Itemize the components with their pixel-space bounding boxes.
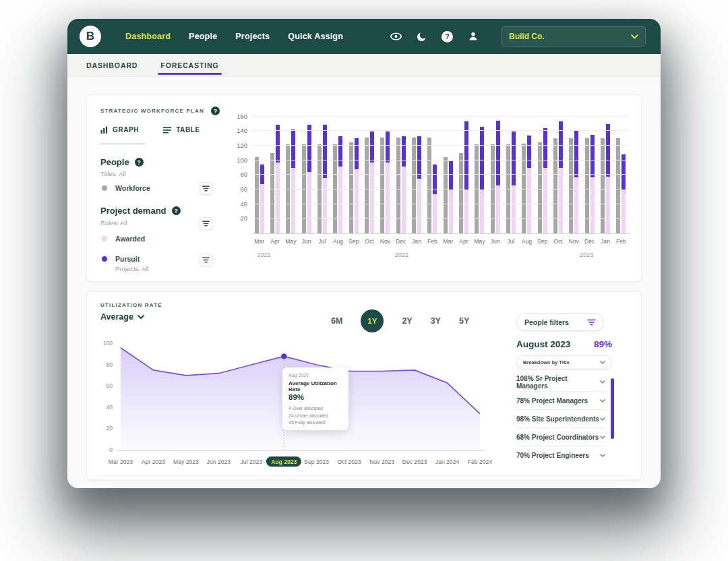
roles-filter-button[interactable] xyxy=(200,217,212,230)
bar-group[interactable] xyxy=(503,111,518,233)
bar-group[interactable] xyxy=(251,111,267,233)
bar-group[interactable] xyxy=(283,111,299,233)
workforce-bar xyxy=(459,153,463,233)
user-icon[interactable] xyxy=(466,31,479,42)
bar-group[interactable] xyxy=(535,111,550,233)
breakdown-row[interactable]: 78% Project Managers xyxy=(516,391,605,409)
workforce-bar xyxy=(444,157,448,233)
bar-group[interactable] xyxy=(314,111,330,233)
tab-dashboard[interactable]: DASHBOARD xyxy=(86,54,138,76)
workforce-plan-title: STRATEGIC WORKFORCE PLAN xyxy=(100,108,204,114)
y-axis-tick: 0 xyxy=(99,446,113,453)
bar-group[interactable] xyxy=(393,111,408,233)
table-icon xyxy=(163,127,171,134)
x-axis-label: Jan xyxy=(412,238,421,245)
bar-group[interactable] xyxy=(487,111,503,233)
active-tab-underline xyxy=(158,73,221,75)
bar-group[interactable] xyxy=(346,111,361,233)
gridline xyxy=(251,204,629,204)
tooltip-date: Aug 2023 xyxy=(289,373,342,378)
bar-group[interactable] xyxy=(597,111,613,233)
y-axis-tick: 40 xyxy=(229,200,247,208)
bar-group[interactable] xyxy=(613,111,629,233)
bar-group[interactable] xyxy=(267,111,282,233)
range-6m[interactable]: 6M xyxy=(331,316,342,326)
workforce-plan-help-icon[interactable]: ? xyxy=(211,107,220,115)
awarded-bar-segment xyxy=(512,185,516,234)
year-label: 2021 xyxy=(257,252,270,258)
breakdown-row[interactable]: 98% Site Superintendents xyxy=(516,409,605,427)
workforce-filter-button[interactable] xyxy=(200,182,212,195)
breakdown-selector[interactable]: Breakdown by Title xyxy=(516,355,612,370)
metric-selector[interactable]: Average xyxy=(100,312,144,322)
breakdown-scrollbar[interactable] xyxy=(611,378,614,439)
nav-item-people[interactable]: People xyxy=(189,32,217,41)
nav-item-projects[interactable]: Projects xyxy=(235,32,270,41)
bar-group[interactable] xyxy=(299,111,314,233)
tab-forecasting[interactable]: FORECASTING xyxy=(160,54,218,76)
pursuit-bar-segment xyxy=(449,161,453,190)
range-1y[interactable]: 1Y xyxy=(361,309,384,332)
bar-group[interactable] xyxy=(440,111,456,233)
bar-group[interactable] xyxy=(377,111,393,233)
brand-logo[interactable]: B xyxy=(80,26,101,47)
awarded-bar-segment xyxy=(449,190,453,233)
bar-group[interactable] xyxy=(566,111,582,233)
pursuit-bar-segment xyxy=(480,127,484,190)
chevron-down-icon xyxy=(138,315,144,320)
breakdown-row[interactable]: 70% Project Engineers xyxy=(516,446,605,464)
gridline xyxy=(251,130,629,131)
company-selector[interactable]: Build Co. xyxy=(502,26,646,47)
highlight-point[interactable] xyxy=(281,353,286,359)
people-help-icon[interactable]: ? xyxy=(135,158,144,167)
chevron-down-icon xyxy=(600,399,605,403)
x-axis-label: Jul xyxy=(508,238,515,245)
bar-group[interactable] xyxy=(550,111,566,233)
tooltip-value: 89% xyxy=(289,393,342,401)
y-axis-tick: 100 xyxy=(99,340,113,347)
x-axis-label: Jul 2023 xyxy=(241,459,263,465)
breakdown-row[interactable]: 68% Project Coordinators xyxy=(516,427,605,446)
bar-group[interactable] xyxy=(456,111,471,233)
bar-group[interactable] xyxy=(361,111,377,233)
workforce-bar xyxy=(270,153,274,233)
toggle-table[interactable]: TABLE xyxy=(163,126,200,134)
project-demand-help-icon[interactable]: ? xyxy=(172,206,181,215)
eye-icon[interactable] xyxy=(390,31,402,42)
range-2y[interactable]: 2Y xyxy=(402,316,412,326)
bar-chart-plot[interactable]: 20406080100120140160 xyxy=(251,111,629,234)
x-axis-label: Sep xyxy=(537,238,547,245)
bar-group[interactable] xyxy=(472,111,487,233)
pursuit-filter-button[interactable] xyxy=(200,254,212,266)
bar-group[interactable] xyxy=(519,111,535,233)
breakdown-row[interactable]: 108% Sr Project Managers xyxy=(516,373,605,391)
awarded-bar-segment xyxy=(402,167,406,233)
nav-item-quick-assign[interactable]: Quick Assign xyxy=(288,32,343,41)
bar-group[interactable] xyxy=(330,111,346,233)
project-demand-subtitle: Roles: All xyxy=(100,219,127,227)
toggle-graph[interactable]: GRAPH xyxy=(100,126,139,134)
awarded-bar-segment xyxy=(323,178,327,233)
x-axis-label-highlighted[interactable]: Aug 2023 xyxy=(266,456,301,467)
workforce-bar xyxy=(380,138,384,233)
y-axis-tick: 80 xyxy=(99,361,113,368)
pursuit-bar-segment xyxy=(386,131,390,163)
utilization-summary-panel: August 2023 89% Breakdown by Title 108% … xyxy=(516,339,619,464)
bar-group[interactable] xyxy=(425,111,440,233)
range-3y[interactable]: 3Y xyxy=(431,316,441,326)
workforce-bar xyxy=(538,142,542,233)
workforce-bar xyxy=(255,157,259,233)
moon-icon[interactable] xyxy=(415,31,428,42)
range-5y[interactable]: 5Y xyxy=(459,316,469,326)
bar-group[interactable] xyxy=(582,111,597,233)
x-axis-label: Apr xyxy=(270,238,279,245)
help-icon[interactable]: ? xyxy=(441,31,454,42)
x-axis-label: Oct xyxy=(365,238,373,245)
bar-group[interactable] xyxy=(408,111,424,233)
awarded-bar-segment xyxy=(276,163,280,233)
x-axis-label: Jul xyxy=(319,238,326,245)
nav-item-dashboard[interactable]: Dashboard xyxy=(125,32,171,41)
people-filters-button[interactable]: People filters xyxy=(516,313,604,331)
x-axis-label: Feb 2024 xyxy=(468,459,492,465)
x-axis-label: Dec 2023 xyxy=(402,459,427,465)
